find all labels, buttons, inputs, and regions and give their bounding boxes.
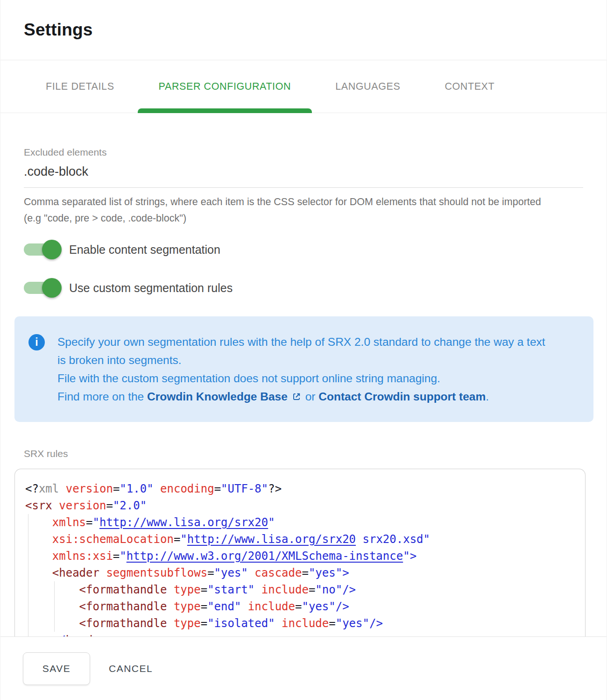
tab-context[interactable]: CONTEXT [423,60,515,113]
code-line: <formathandle type="end" include="yes"/> [25,598,574,615]
contact-support-link[interactable]: Contact Crowdin support team [318,390,486,403]
info-line: Find more on the Crowdin Knowledge Base … [57,387,552,406]
toggle-knob [42,240,62,259]
info-line-text: File with the custom segmentation does n… [57,372,440,385]
toggle-knob [42,278,62,298]
save-button[interactable]: SAVE [23,652,90,685]
toggle-label: Enable content segmentation [69,243,220,257]
indent-guide [28,514,28,636]
toggle-row-custom-segmentation: Use custom segmentation rules [24,278,583,298]
knowledge-base-link-label: Crowdin Knowledge Base [147,390,288,403]
info-line-text: . [486,390,489,403]
excluded-elements-field: Excluded elements .code-block Comma sepa… [24,147,583,227]
page-title: Settings [24,20,93,40]
srx-rules-editor[interactable]: <?xml version="1.0" encoding="UTF-8"?><s… [14,469,586,636]
tab-label: LANGUAGES [335,81,400,93]
settings-dialog: Settings FILE DETAILS PARSER CONFIGURATI… [0,0,607,700]
tab-bar: FILE DETAILS PARSER CONFIGURATION LANGUA… [0,60,607,113]
tab-label: FILE DETAILS [46,81,114,93]
code-line: <formathandle type="start" include="no"/… [25,581,574,598]
excluded-elements-help: Comma separated list of strings, where e… [24,194,556,227]
parser-configuration-panel: Excluded elements .code-block Comma sepa… [0,113,607,636]
code-line: <header segmentsubflows="yes" cascade="y… [25,564,574,581]
indent-guide [54,581,55,632]
knowledge-base-link[interactable]: Crowdin Knowledge Base [147,390,302,403]
info-line-text: or [302,390,318,403]
enable-content-segmentation-toggle[interactable] [24,243,59,256]
code-line: <srx version="2.0" [25,497,574,514]
srx-code: <?xml version="1.0" encoding="UTF-8"?><s… [15,469,585,636]
info-line-text: Find more on the [57,390,147,403]
tab-label: PARSER CONFIGURATION [159,81,291,93]
info-line: Specify your own segmentation rules with… [57,333,552,369]
cancel-button[interactable]: CANCEL [104,652,157,685]
tab-file-details[interactable]: FILE DETAILS [25,60,135,113]
code-line: </header> [25,632,574,636]
use-custom-segmentation-rules-toggle[interactable] [24,282,59,294]
toggle-row-content-segmentation: Enable content segmentation [24,240,583,259]
dialog-header: Settings [0,0,607,60]
tab-parser-configuration[interactable]: PARSER CONFIGURATION [138,60,312,113]
code-line: xmlns:xsi="http://www.w3.org/2001/XMLSch… [25,548,574,564]
code-line: xsi:schemaLocation="http://www.lisa.org/… [25,531,574,548]
code-line: xmlns="http://www.lisa.org/srx20" [25,514,574,531]
info-line: File with the custom segmentation does n… [57,369,552,387]
toggle-label: Use custom segmentation rules [69,281,233,295]
srx-rules-label: SRX rules [24,448,607,459]
info-icon: i [28,334,45,350]
code-line: <?xml version="1.0" encoding="UTF-8"?> [25,480,574,497]
excluded-elements-label: Excluded elements [24,147,583,158]
external-link-icon [292,392,301,401]
tab-languages[interactable]: LANGUAGES [314,60,421,113]
excluded-elements-input[interactable]: .code-block [24,164,583,188]
tab-label: CONTEXT [445,81,494,93]
info-box: i Specify your own segmentation rules wi… [14,316,593,422]
code-line: <formathandle type="isolated" include="y… [25,615,574,632]
info-line-text: Specify your own segmentation rules with… [57,336,548,366]
dialog-footer: SAVE CANCEL [0,636,607,700]
info-text: Specify your own segmentation rules with… [57,333,552,406]
